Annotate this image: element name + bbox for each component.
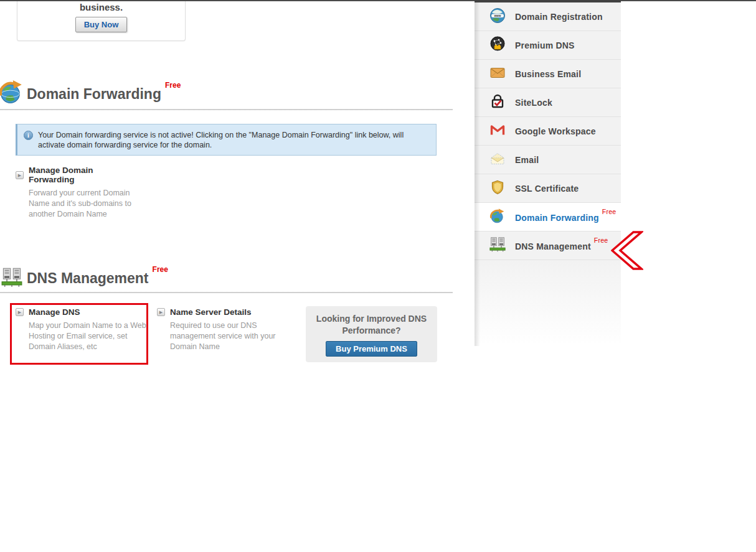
network-crown-icon xyxy=(489,36,506,55)
sidebar-item-domain-registration[interactable]: www Domain Registration xyxy=(475,2,621,31)
manage-domain-forwarding-item: ▶ Manage Domain Forwarding Forward your … xyxy=(16,166,140,220)
sidebar-item-google-workspace[interactable]: Google Workspace xyxy=(475,117,621,146)
padlock-check-icon xyxy=(489,93,506,112)
product-sidebar: www Domain Registration Premium DNS Busi… xyxy=(475,0,621,346)
name-server-details-link[interactable]: ▶ Name Server Details xyxy=(157,307,275,317)
free-badge: Free xyxy=(602,208,616,215)
red-chevron-annotation-icon xyxy=(611,231,643,273)
bullet-arrow-icon: ▶ xyxy=(16,171,24,179)
sidebar-item-label: Google Workspace xyxy=(515,126,596,136)
envelope-orange-icon xyxy=(489,65,506,83)
section-title-text: DNS Management xyxy=(27,270,149,286)
gold-shield-icon xyxy=(489,179,506,198)
envelope-open-icon xyxy=(489,151,506,169)
premium-dns-promo-box: Looking for Improved DNS Performance? Bu… xyxy=(306,306,437,362)
manage-dns-link[interactable]: ▶ Manage DNS xyxy=(16,307,140,317)
sidebar-item-label: SiteLock xyxy=(515,98,552,108)
sidebar-item-premium-dns[interactable]: Premium DNS xyxy=(475,31,621,60)
item-title: Name Server Details xyxy=(170,307,252,317)
sidebar-item-business-email[interactable]: Business Email xyxy=(475,60,621,88)
item-title: Manage Domain Forwarding xyxy=(29,166,140,184)
sidebar-item-label: Domain Registration xyxy=(515,12,603,22)
domain-forwarding-alert: i Your Domain forwarding service is not … xyxy=(16,124,437,156)
sidebar-item-label: DNS ManagementFree xyxy=(515,240,608,251)
free-badge: Free xyxy=(165,81,181,90)
info-icon: i xyxy=(24,131,33,140)
sidebar-item-label: Domain ForwardingFree xyxy=(515,211,616,223)
promo-card: business. Buy Now xyxy=(17,1,186,41)
dns-management-icon xyxy=(1,267,22,291)
dns-servers-icon xyxy=(489,236,506,255)
sidebar-item-text: Domain Forwarding xyxy=(515,213,599,223)
free-badge: Free xyxy=(153,265,168,274)
sidebar-item-label: Email xyxy=(515,155,539,165)
svg-text:www: www xyxy=(493,14,501,17)
item-description: Forward your current Domain Name and it'… xyxy=(29,188,136,220)
sidebar-item-ssl-certificate[interactable]: SSL Certificate xyxy=(475,174,621,203)
sidebar-item-label: Business Email xyxy=(515,69,581,79)
sidebar-item-text: DNS Management xyxy=(515,241,591,251)
promo-title-line1: Looking for Improved DNS xyxy=(306,313,437,325)
sidebar-item-domain-forwarding[interactable]: Domain ForwardingFree xyxy=(475,203,621,232)
sidebar-item-label: Premium DNS xyxy=(515,40,575,50)
globe-arrow-icon xyxy=(489,208,506,227)
section-title-text: Domain Forwarding xyxy=(27,86,161,102)
dns-management-section-title: DNS ManagementFree xyxy=(27,270,168,287)
gmail-m-icon xyxy=(489,122,506,141)
promo-title-line2: Performance? xyxy=(306,325,437,337)
bullet-arrow-icon: ▶ xyxy=(16,308,24,316)
buy-now-button[interactable]: Buy Now xyxy=(75,17,128,32)
sidebar-item-label: SSL Certificate xyxy=(515,184,579,194)
domain-forwarding-section-title: Domain ForwardingFree xyxy=(27,86,181,103)
promo-card-text: business. xyxy=(17,1,185,12)
buy-premium-dns-button[interactable]: Buy Premium DNS xyxy=(326,341,417,357)
item-title: Manage DNS xyxy=(29,307,80,317)
alert-text: Your Domain forwarding service is not ac… xyxy=(38,130,431,155)
manage-dns-item: ▶ Manage DNS Map your Domain Name to a W… xyxy=(16,307,140,352)
sidebar-item-email[interactable]: Email xyxy=(475,146,621,174)
globe-www-icon: www xyxy=(489,7,506,26)
manage-domain-forwarding-link[interactable]: ▶ Manage Domain Forwarding xyxy=(16,166,140,184)
name-server-details-item: ▶ Name Server Details Required to use ou… xyxy=(157,307,275,352)
section-divider xyxy=(0,292,453,293)
sidebar-item-sitelock[interactable]: SiteLock xyxy=(475,88,621,117)
item-description: Required to use our DNS management servi… xyxy=(170,320,281,352)
bullet-arrow-icon: ▶ xyxy=(157,308,165,316)
free-badge: Free xyxy=(594,236,608,244)
sidebar-item-dns-management[interactable]: DNS ManagementFree xyxy=(475,232,621,260)
section-divider xyxy=(0,109,453,110)
domain-forwarding-icon xyxy=(0,79,24,108)
item-description: Map your Domain Name to a Web Hosting or… xyxy=(29,320,147,352)
